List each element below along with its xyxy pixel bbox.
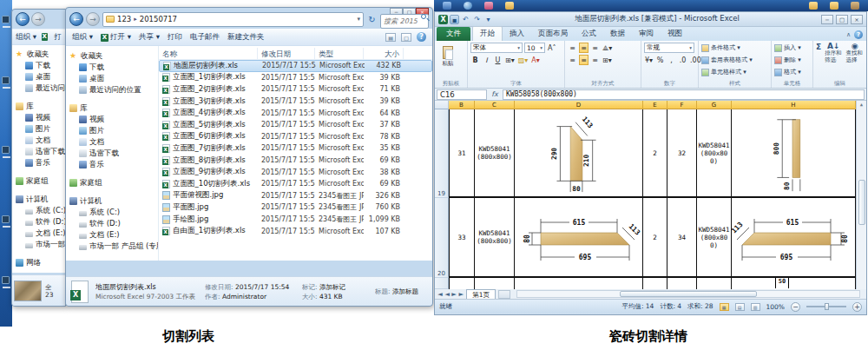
name-box[interactable]: C16 <box>437 89 487 100</box>
tab-formulas[interactable]: 公式 <box>575 27 603 41</box>
sidebar-item-documents[interactable]: 文档 <box>12 135 65 146</box>
forward-button[interactable]: → <box>31 12 45 26</box>
redo-button[interactable]: ↷ <box>472 15 482 24</box>
find-select-button[interactable]: ◉ 查找和选择 <box>846 43 864 80</box>
scroll-up-icon[interactable]: ▲ <box>860 101 863 109</box>
cell-b20[interactable]: 33 <box>449 198 475 278</box>
sidebar-item-downloads[interactable]: 下载 <box>66 62 158 73</box>
cell-g21[interactable] <box>697 278 732 289</box>
sidebar-item-downloads[interactable]: 下载 <box>12 60 65 71</box>
sidebar-item-network[interactable]: 网络 <box>12 257 65 268</box>
preview-pane-button[interactable]: ▢ <box>401 33 411 42</box>
column-header-name[interactable]: 名称 <box>159 48 258 59</box>
forward-button[interactable]: → <box>86 12 100 26</box>
taskbar-browser-icon[interactable] <box>464 2 472 10</box>
spreadsheet-grid[interactable]: B C D E F G H 19 20 31 KWD58041(800x800) <box>435 101 866 289</box>
sidebar-item-libraries[interactable]: 库 <box>12 101 65 112</box>
column-header-b[interactable]: B <box>449 101 475 109</box>
address-bar[interactable]: 123 ▸ 20150717 ▾ <box>102 12 364 27</box>
desktop-icon[interactable] <box>2 146 10 154</box>
breadcrumb-segment[interactable]: 20150717 <box>140 15 177 23</box>
row-header-20[interactable]: 20 <box>435 198 449 278</box>
tab-home[interactable]: 开始 <box>472 26 503 41</box>
cell-f20[interactable]: 34 <box>667 198 697 278</box>
underline-button[interactable]: U <box>493 55 503 65</box>
borders-button[interactable]: ⊞▾ <box>504 55 516 65</box>
sidebar-item-thunder[interactable]: 迅雷下载 <box>12 146 65 157</box>
grow-font-button[interactable]: A˄ <box>547 43 556 53</box>
formula-bar[interactable]: KWB58058(800x800) <box>503 89 865 100</box>
taskbar-image-icon[interactable] <box>851 2 859 10</box>
sidebar-item-pictures[interactable]: 图片 <box>12 123 65 135</box>
change-view-button[interactable]: ▤ <box>385 33 396 42</box>
vertical-scrollbar[interactable]: ▲ <box>856 101 866 289</box>
add-title-link[interactable]: 添加标题 <box>392 287 418 295</box>
cell-c20[interactable]: KWD58041(800x800) <box>475 198 515 278</box>
undo-button[interactable]: ↶ <box>461 15 470 24</box>
taskbar-folder-icon[interactable] <box>809 2 818 10</box>
taskbar-app-icon[interactable] <box>484 2 493 10</box>
print-button[interactable]: 打印 <box>168 32 182 43</box>
file-row[interactable]: 自由面_1切割列表.xls 2015/7/17 15:53 Microsoft … <box>159 225 432 237</box>
file-row-selected[interactable]: 地面层切割列表.xls 2015/7/17 15:54 Microsoft Ex… <box>159 60 432 72</box>
cell-styles-button[interactable]: 单元格样式 ▾ <box>701 67 768 77</box>
column-header-e[interactable]: E <box>643 101 667 109</box>
cell-d21[interactable] <box>515 278 643 289</box>
row-header-19[interactable]: 19 <box>435 109 449 198</box>
sidebar-item-music[interactable]: 音乐 <box>66 159 158 170</box>
cell-h19-drawing[interactable]: 800 80 <box>732 109 856 198</box>
insert-worksheet-tab[interactable] <box>498 290 510 299</box>
cell-e19[interactable]: 2 <box>643 109 667 198</box>
sidebar-item-computer[interactable]: 计算机 <box>12 194 65 205</box>
decrease-decimal-button[interactable]: .00 <box>689 55 699 65</box>
breadcrumb-segment[interactable]: 123 <box>117 15 131 23</box>
cell-b21[interactable] <box>449 278 475 289</box>
sheet-tab-page1[interactable]: 第1页 <box>466 289 496 299</box>
align-right-button[interactable]: ≡ <box>590 55 600 65</box>
sidebar-item-recent[interactable]: 最近访问的位置 <box>12 83 65 94</box>
cell-b19[interactable]: 31 <box>449 109 475 198</box>
file-row[interactable]: 立面图_10切割列表.xls 2015/7/17 15:54 Microsoft… <box>159 178 432 190</box>
cell-h20-drawing[interactable]: 615 695 80 113 <box>732 198 856 278</box>
open-menu[interactable]: X打开 ▾ <box>101 32 131 43</box>
sidebar-item-homegroup[interactable]: 家庭组 <box>66 177 158 188</box>
cell-g20[interactable]: KWD58041(800x800) <box>697 198 732 278</box>
column-header-size[interactable]: 大小 <box>364 48 404 59</box>
file-row[interactable]: 手绘图.jpg 2015/7/17 15:54 2345看图王 JPG ... … <box>159 214 432 226</box>
zoom-out-button[interactable]: − <box>791 302 800 312</box>
delete-cells-button[interactable]: 删除 ▾ <box>774 55 810 65</box>
file-row[interactable]: 立面图_4切割列表.xls 2015/7/17 15:54 Microsoft … <box>159 107 432 119</box>
desktop-icon[interactable] <box>2 16 10 23</box>
desktop-icon[interactable] <box>2 276 10 284</box>
sidebar-item-thunder[interactable]: 迅雷下载 <box>66 148 158 159</box>
conditional-formatting-button[interactable]: 条件格式 ▾ <box>701 43 768 53</box>
italic-button[interactable]: I <box>482 55 491 65</box>
sidebar-item-desktop[interactable]: 桌面 <box>66 73 158 84</box>
sheet-nav-icons[interactable]: ◄ ◄ ► ► <box>437 290 464 298</box>
close-button[interactable]: × <box>851 15 863 24</box>
cell-d19-drawing[interactable]: 290 210 80 113 <box>515 109 643 198</box>
share-menu[interactable]: 共享 ▾ <box>139 32 160 43</box>
column-header-c[interactable]: C <box>475 101 515 109</box>
sidebar-item-share[interactable]: 市场一部 产品组 (专用) <box>66 241 158 252</box>
help-icon[interactable]: ? <box>417 32 426 42</box>
align-center-button[interactable]: ≡ <box>579 55 589 65</box>
save-button[interactable]: ▪ <box>450 15 459 24</box>
sidebar-item-drive-d[interactable]: 软件 (D:) <box>12 216 65 228</box>
number-format-select[interactable]: 常规▾ <box>644 43 694 53</box>
sidebar-item-drive-e[interactable]: 文档 (E:) <box>12 228 65 239</box>
desktop-icon[interactable] <box>2 76 10 84</box>
currency-button[interactable]: ¥▾ <box>644 55 654 65</box>
add-tag-link[interactable]: 添加标记 <box>319 283 345 291</box>
select-all-corner[interactable] <box>435 101 449 109</box>
sidebar-item-drive-e[interactable]: 文档 (E:) <box>66 229 158 241</box>
increase-decimal-button[interactable]: .0 <box>678 55 687 65</box>
sidebar-item-pictures[interactable]: 图片 <box>66 125 158 136</box>
collapse-ribbon-icon[interactable]: ∧ <box>846 31 851 38</box>
sidebar-item-desktop[interactable]: 桌面 <box>12 71 65 83</box>
taskbar-folder-icon[interactable] <box>443 2 451 10</box>
back-button[interactable]: ← <box>16 12 30 26</box>
help-icon[interactable]: ? <box>854 30 863 39</box>
restore-button[interactable]: ▢ <box>836 15 848 24</box>
quick-access-dropdown-icon[interactable]: ▾ <box>483 15 493 24</box>
